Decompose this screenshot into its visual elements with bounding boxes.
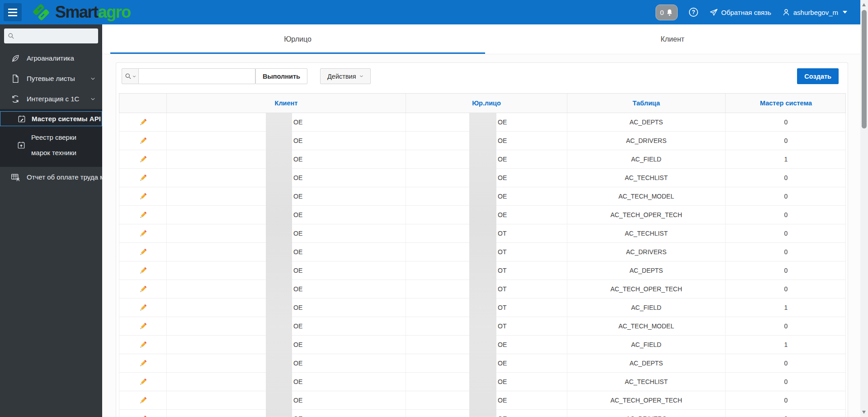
sidebar-item-label: Интеграция с 1С (27, 95, 79, 103)
report-table: Клиент Юр.лицо Таблица Мастер система ОЕ… (119, 93, 846, 417)
edit-pencil-icon[interactable] (139, 229, 147, 238)
edit-pencil-icon[interactable] (139, 155, 147, 164)
table-name-cell: AC_DEPTS (567, 113, 725, 131)
table-name-cell: AC_TECHLIST (567, 169, 725, 187)
column-header-table[interactable]: Таблица (567, 94, 725, 113)
edit-pencil-icon[interactable] (139, 303, 147, 312)
notification-count: 0 (660, 9, 664, 16)
calendar-upload-icon (17, 141, 25, 149)
edit-pencil-icon[interactable] (139, 359, 147, 368)
page-scrollbar[interactable] (860, 0, 868, 417)
user-menu[interactable]: ashurbegov_m (782, 8, 847, 16)
edit-cell[interactable] (119, 410, 166, 417)
actions-menu-button[interactable]: Действия (320, 68, 371, 84)
sidebar-search-input[interactable] (17, 33, 90, 40)
sidebar-item-1c-integration[interactable]: Интеграция с 1С (0, 89, 102, 109)
sidebar-item-agroanalytics[interactable]: Агроаналитика (0, 48, 102, 68)
master-system-cell: 0 (725, 187, 846, 205)
sidebar-subitem-label: Мастер системы API (32, 115, 101, 123)
edit-cell[interactable] (119, 280, 166, 298)
master-system-cell: 0 (725, 206, 846, 224)
top-header: Smartagro 0 ? Обратная связь (0, 0, 868, 24)
edit-cell[interactable] (119, 354, 166, 372)
feedback-label: Обратная связь (721, 9, 771, 16)
help-button[interactable]: ? (689, 7, 698, 17)
column-header-client[interactable]: Клиент (166, 94, 406, 113)
edit-cell[interactable] (119, 336, 166, 354)
execute-button[interactable]: Выполнить (255, 68, 307, 84)
table-name-cell: AC_FIELD (567, 336, 725, 354)
edit-pencil-icon[interactable] (139, 378, 147, 386)
sidebar-search[interactable] (4, 28, 98, 43)
edit-cell[interactable] (119, 113, 166, 131)
leaf-icon (11, 54, 20, 63)
table-name-cell: AC_TECH_OPER_TECH (567, 206, 725, 224)
sidebar-item-salary-report[interactable]: Отчет об оплате труда м (0, 167, 102, 187)
edit-cell[interactable] (119, 299, 166, 317)
edit-pencil-icon[interactable] (139, 285, 147, 294)
column-header-edit (119, 94, 166, 113)
edit-cell[interactable] (119, 243, 166, 261)
scrollbar-up-arrow[interactable] (862, 3, 866, 6)
notifications-button[interactable]: 0 (656, 5, 678, 20)
edit-pencil-icon[interactable] (139, 248, 147, 256)
master-system-cell: 0 (725, 317, 846, 335)
chevron-down-icon (90, 96, 95, 101)
chevron-down-icon (359, 74, 363, 78)
table-name-cell: AC_DEPTS (567, 354, 725, 372)
sync-icon (11, 95, 20, 104)
calendar-edit-icon (18, 115, 26, 123)
edit-pencil-icon[interactable] (139, 118, 147, 127)
tab-legal-entity[interactable]: Юрлицо (110, 24, 485, 54)
table-name-cell: AC_TECH_MODEL (567, 187, 725, 205)
table-header-row: Клиент Юр.лицо Таблица Мастер система (119, 93, 846, 113)
client-redaction-overlay (266, 113, 292, 417)
tab-client[interactable]: Клиент (485, 24, 860, 54)
smartagro-logo-icon (31, 3, 52, 22)
create-button[interactable]: Создать (797, 68, 839, 84)
feedback-button[interactable]: Обратная связь (709, 8, 771, 17)
sidebar-subitem-equipment-brand-registry[interactable]: Реестр сверки марок техники (0, 130, 102, 161)
edit-cell[interactable] (119, 373, 166, 391)
bell-icon (666, 9, 673, 16)
scrollbar-down-arrow[interactable] (862, 411, 866, 414)
master-system-cell: 1 (725, 299, 846, 317)
edit-cell[interactable] (119, 169, 166, 187)
sidebar-subitem-master-systems-api[interactable]: Мастер системы API (0, 111, 102, 126)
edit-cell[interactable] (119, 261, 166, 280)
edit-pencil-icon[interactable] (139, 192, 147, 201)
master-system-cell: 0 (725, 224, 846, 242)
edit-pencil-icon[interactable] (139, 322, 147, 331)
column-header-master-system[interactable]: Мастер система (725, 94, 846, 113)
search-icon (125, 73, 132, 80)
sidebar-submenu-1c: Мастер системы API Реестр сверки марок т… (0, 109, 102, 167)
hamburger-menu-button[interactable] (4, 3, 22, 21)
edit-cell[interactable] (119, 206, 166, 224)
app-logo: Smartagro (31, 3, 131, 22)
edit-cell[interactable] (119, 132, 166, 150)
edit-pencil-icon[interactable] (139, 211, 147, 219)
edit-pencil-icon[interactable] (139, 396, 147, 405)
edit-pencil-icon[interactable] (139, 415, 147, 417)
scrollbar-thumb[interactable] (862, 10, 867, 128)
column-header-legal-entity[interactable]: Юр.лицо (406, 94, 567, 113)
edit-cell[interactable] (119, 224, 166, 242)
edit-pencil-icon[interactable] (139, 266, 147, 275)
chevron-down-icon (132, 75, 136, 78)
report-search-input[interactable] (139, 68, 255, 84)
sidebar-item-waybills[interactable]: Путевые листы (0, 68, 102, 89)
interactive-report-region: Выполнить Действия Создать Клиент Юр.лиц… (116, 62, 848, 417)
edit-cell[interactable] (119, 317, 166, 335)
master-system-cell: 0 (725, 243, 846, 261)
edit-pencil-icon[interactable] (139, 174, 147, 182)
edit-pencil-icon[interactable] (139, 137, 147, 145)
edit-cell[interactable] (119, 187, 166, 205)
master-system-cell: 0 (725, 410, 846, 417)
edit-cell[interactable] (119, 391, 166, 409)
report-toolbar: Выполнить Действия Создать (116, 63, 848, 84)
edit-cell[interactable] (119, 150, 166, 168)
master-system-cell: 0 (725, 132, 846, 150)
document-icon (11, 74, 20, 83)
edit-pencil-icon[interactable] (139, 341, 147, 349)
search-column-selector-button[interactable] (122, 68, 139, 84)
